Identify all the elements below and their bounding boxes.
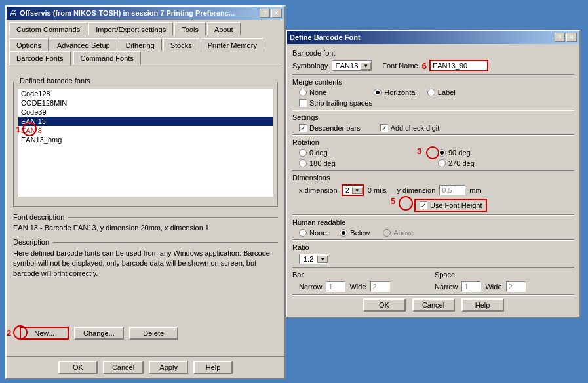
space-row: Narrow Wide bbox=[435, 281, 574, 292]
tab-command-fonts[interactable]: Command Fonts bbox=[73, 51, 141, 64]
list-item-ean13[interactable]: EAN 13 bbox=[18, 117, 273, 126]
tab-dithering[interactable]: Dithering bbox=[119, 38, 162, 51]
tab-advanced-setup[interactable]: Advanced Setup bbox=[50, 38, 117, 51]
strip-checkbox[interactable] bbox=[299, 99, 307, 107]
sep2 bbox=[292, 110, 574, 111]
cancel-button[interactable]: Cancel bbox=[103, 361, 144, 374]
radio-hr-below[interactable] bbox=[340, 229, 347, 237]
sep1 bbox=[292, 74, 574, 75]
radio-180deg-label: 180 deg bbox=[309, 159, 336, 167]
tab-about[interactable]: About bbox=[207, 22, 241, 35]
x-dim-select-wrapper: 2 ▼ bbox=[342, 184, 364, 196]
human-readable-label: Human readable bbox=[292, 218, 574, 226]
merge-section: Merge contents None Horizontal Label bbox=[292, 78, 574, 107]
use-font-height-checkbox[interactable]: ✓ bbox=[420, 201, 427, 209]
font-name-input[interactable] bbox=[429, 60, 488, 71]
tab-barcode-fonts[interactable]: Barcode Fonts bbox=[9, 51, 71, 66]
rotation-grid: 0 deg 90 deg 3 180 deg 270 deg bbox=[292, 149, 574, 167]
sep7 bbox=[292, 267, 574, 268]
bar-wide-input[interactable] bbox=[370, 281, 390, 292]
rotation-section: Rotation 0 deg 90 deg 3 180 deg bbox=[292, 138, 574, 167]
merge-label: Merge contents bbox=[292, 78, 574, 86]
space-wide-input[interactable] bbox=[506, 281, 526, 292]
sep8 bbox=[292, 294, 574, 296]
change-button[interactable]: Change... bbox=[74, 327, 124, 340]
list-item-code128[interactable]: Code128 bbox=[18, 89, 273, 98]
apply-button[interactable]: Apply bbox=[149, 361, 188, 374]
symbology-arrow[interactable]: ▼ bbox=[361, 62, 371, 70]
tab-tools[interactable]: Tools bbox=[174, 22, 206, 35]
ratio-arrow[interactable]: ▼ bbox=[317, 256, 328, 263]
tab-options[interactable]: Options bbox=[9, 38, 49, 51]
radio-hr-above-label: Above bbox=[393, 229, 414, 237]
y-dim-label: y dimension bbox=[397, 186, 436, 194]
ratio-row: 1:2 ▼ bbox=[292, 254, 574, 264]
x-dim-unit: 0 mils bbox=[368, 186, 387, 194]
radio-hr-above[interactable] bbox=[383, 229, 391, 237]
bar-section: Bar Narrow Wide bbox=[292, 271, 432, 292]
define-cancel-button[interactable]: Cancel bbox=[412, 298, 455, 312]
settings-label: Settings bbox=[292, 113, 574, 121]
radio-hr-below-wrapper: Below bbox=[340, 229, 370, 237]
font-description-section: Font description EAN 13 - Barcode EAN13,… bbox=[13, 213, 278, 234]
define-buttons-row: OK Cancel Help bbox=[292, 298, 574, 312]
radio-0deg[interactable] bbox=[299, 149, 307, 157]
ratio-select[interactable]: 1:2 ▼ bbox=[299, 254, 328, 264]
define-close-btn[interactable]: ✕ bbox=[566, 33, 577, 42]
define-title-buttons: ? ✕ bbox=[555, 33, 577, 42]
symbology-select[interactable]: EAN13 ▼ bbox=[332, 60, 372, 71]
ratio-value: 1:2 bbox=[300, 254, 317, 264]
main-window-title: Offservis (from NIKOS-TOSH) in session 7… bbox=[20, 9, 235, 17]
use-font-height-box: ✓ Use Font Height bbox=[414, 199, 487, 212]
annotation-2-label: 2 bbox=[7, 328, 11, 338]
tab-stocks[interactable]: Stocks bbox=[163, 38, 199, 51]
radio-label-label: Label bbox=[438, 89, 456, 96]
x-dim-arrow[interactable]: ▼ bbox=[352, 187, 363, 194]
sep3 bbox=[292, 134, 574, 136]
define-help-button[interactable]: Help bbox=[461, 298, 504, 312]
define-help-btn[interactable]: ? bbox=[555, 33, 565, 42]
tab-row-2: Options Advanced Setup Dithering Stocks … bbox=[7, 35, 284, 51]
new-button[interactable]: New... bbox=[20, 327, 69, 340]
list-item-ean8[interactable]: EAN 8 bbox=[18, 126, 273, 135]
descender-checkbox[interactable]: ✓ bbox=[299, 124, 307, 132]
radio-270deg[interactable] bbox=[438, 159, 446, 167]
ok-button[interactable]: OK bbox=[58, 361, 98, 374]
bar-narrow-input[interactable] bbox=[326, 281, 345, 292]
barcode-fonts-listbox[interactable]: Code128 CODE128MIN Code39 EAN 13 EAN 8 E… bbox=[18, 89, 273, 197]
barcode-font-section: Bar code font Symbology EAN13 ▼ Font Nam… bbox=[292, 49, 574, 71]
defined-barcode-fonts-group: Defined barcode fonts Code128 CODE128MIN… bbox=[13, 82, 278, 207]
close-title-btn[interactable]: ✕ bbox=[271, 9, 282, 18]
help-button[interactable]: Help bbox=[193, 361, 233, 374]
font-description-label: Font description bbox=[13, 213, 64, 221]
delete-button[interactable]: Delete bbox=[129, 327, 178, 340]
barcode-font-row: Symbology EAN13 ▼ Font Name 6 bbox=[292, 60, 574, 71]
radio-label[interactable] bbox=[427, 89, 435, 96]
tab-printer-memory[interactable]: Printer Memory bbox=[201, 38, 264, 51]
list-item-code39[interactable]: Code39 bbox=[18, 108, 273, 117]
help-title-btn[interactable]: ? bbox=[260, 9, 270, 18]
radio-180deg[interactable] bbox=[299, 159, 307, 167]
annotation-5-circle bbox=[399, 196, 413, 211]
radio-hr-none[interactable] bbox=[299, 229, 307, 237]
bar-narrow-label: Narrow bbox=[299, 283, 322, 291]
description-text: Here defined barcode fonts can be used f… bbox=[13, 246, 278, 281]
strip-checkbox-wrapper: Strip trailing spaces bbox=[292, 99, 574, 107]
y-dim-input[interactable] bbox=[439, 185, 465, 195]
bottom-buttons-row: OK Cancel Apply Help bbox=[7, 356, 284, 378]
define-ok-button[interactable]: OK bbox=[363, 298, 406, 312]
use-font-height-label: Use Font Height bbox=[430, 201, 482, 209]
list-item-ean13hmg[interactable]: EAN13_hmg bbox=[18, 135, 273, 144]
space-narrow-input[interactable] bbox=[461, 281, 481, 292]
font-description-text: EAN 13 - Barcode EAN13, y dimension 20mm… bbox=[13, 221, 278, 234]
radio-90deg[interactable] bbox=[438, 149, 446, 157]
tab-import-export[interactable]: Import/Export settings bbox=[88, 22, 173, 35]
radio-hr-above-wrapper: Above bbox=[383, 229, 414, 237]
descender-label: Descender bars bbox=[309, 124, 361, 132]
ratio-section: Ratio 1:2 ▼ bbox=[292, 243, 574, 264]
radio-horizontal[interactable] bbox=[374, 89, 382, 96]
radio-none[interactable] bbox=[299, 89, 307, 96]
tab-custom-commands[interactable]: Custom Commands bbox=[9, 22, 87, 35]
list-item-code128min[interactable]: CODE128MIN bbox=[18, 98, 273, 108]
add-check-checkbox[interactable]: ✓ bbox=[380, 124, 388, 132]
